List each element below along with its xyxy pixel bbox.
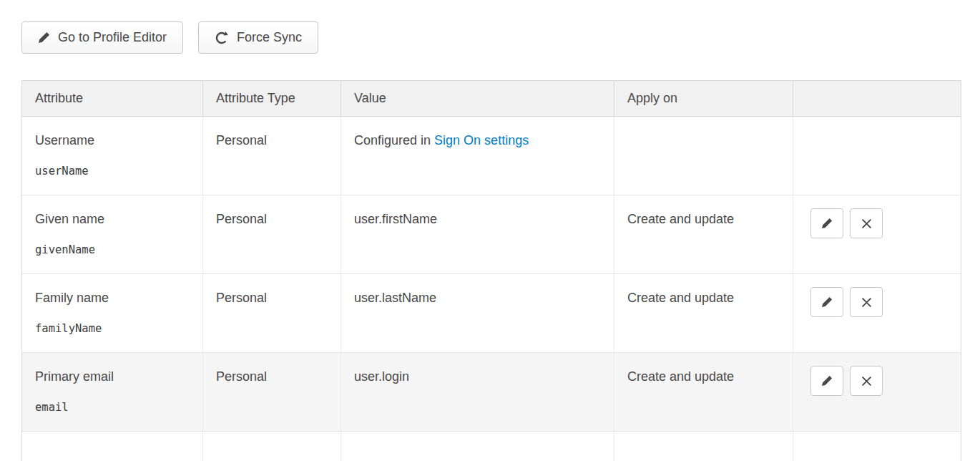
go-to-profile-editor-label: Go to Profile Editor — [58, 30, 167, 45]
actions-cell — [793, 432, 961, 461]
value-cell: user.lastName — [341, 274, 614, 352]
attribute-mappings-table: Attribute Attribute Type Value Apply on … — [21, 80, 961, 461]
x-icon — [861, 218, 872, 229]
attribute-label: Primary email — [35, 369, 190, 384]
go-to-profile-editor-button[interactable]: Go to Profile Editor — [21, 21, 183, 54]
attribute-cell — [22, 432, 203, 461]
edit-mapping-button[interactable] — [810, 366, 843, 396]
x-icon — [861, 297, 872, 308]
apply-on-cell: Create and update — [614, 195, 793, 273]
pencil-icon — [821, 375, 833, 387]
attribute-type-cell: Personal — [203, 117, 341, 195]
attribute-cell: Family name familyName — [22, 274, 203, 352]
attribute-variable-name: email — [35, 399, 190, 415]
table-row-given-name: Given name givenName Personal user.first… — [22, 195, 961, 274]
attribute-mappings-page: Go to Profile Editor Force Sync Attribut… — [0, 0, 980, 461]
attribute-label: Family name — [35, 290, 190, 306]
attribute-type-cell: Personal — [203, 353, 341, 431]
header-apply-on: Apply on — [614, 81, 793, 116]
value-cell: user.firstName — [341, 195, 614, 273]
attribute-label: Username — [35, 132, 190, 148]
value-cell: Configured in Sign On settings — [341, 117, 614, 195]
value-cell: user.login — [341, 353, 614, 431]
apply-on-cell: Create and update — [614, 353, 793, 431]
sign-on-settings-link[interactable]: Sign On settings — [434, 133, 529, 147]
table-row-primary-email: Primary email email Personal user.login … — [22, 353, 961, 432]
header-attribute-type: Attribute Type — [203, 81, 341, 116]
force-sync-label: Force Sync — [237, 30, 302, 45]
force-sync-button[interactable]: Force Sync — [198, 21, 318, 54]
x-icon — [861, 376, 872, 387]
apply-on-cell: Create and update — [614, 274, 793, 352]
attribute-variable-name: givenName — [35, 242, 190, 258]
delete-mapping-button[interactable] — [850, 208, 883, 238]
header-attribute: Attribute — [22, 81, 203, 116]
value-cell — [341, 432, 614, 461]
attribute-label: Given name — [35, 211, 190, 227]
delete-mapping-button[interactable] — [850, 366, 883, 396]
actions-cell — [793, 274, 961, 352]
attribute-type-cell: Personal — [203, 274, 341, 352]
pencil-icon — [821, 218, 833, 229]
apply-on-cell — [614, 432, 793, 461]
delete-mapping-button[interactable] — [850, 287, 883, 317]
attribute-cell: Given name givenName — [22, 195, 203, 273]
pencil-icon — [821, 296, 833, 308]
edit-mapping-button[interactable] — [810, 208, 843, 238]
table-row-partial — [22, 432, 961, 461]
header-value: Value — [341, 81, 614, 116]
pencil-icon — [38, 31, 50, 44]
table-row-username: Username userName Personal Configured in… — [22, 117, 961, 195]
toolbar: Go to Profile Editor Force Sync — [21, 21, 961, 54]
actions-cell — [793, 353, 961, 431]
attribute-type-cell — [203, 432, 341, 461]
attribute-cell: Username userName — [22, 117, 203, 195]
actions-cell — [793, 117, 961, 195]
sync-refresh-icon — [215, 31, 229, 45]
attribute-variable-name: userName — [35, 163, 190, 179]
value-text: Configured in — [354, 133, 434, 147]
table-header-row: Attribute Attribute Type Value Apply on — [22, 81, 961, 117]
attribute-variable-name: familyName — [35, 321, 190, 336]
attribute-type-cell: Personal — [203, 195, 341, 273]
edit-mapping-button[interactable] — [810, 287, 843, 317]
apply-on-cell — [614, 117, 793, 195]
actions-cell — [793, 195, 961, 273]
attribute-cell: Primary email email — [22, 353, 203, 431]
table-row-family-name: Family name familyName Personal user.las… — [22, 274, 961, 353]
header-actions — [793, 81, 961, 116]
